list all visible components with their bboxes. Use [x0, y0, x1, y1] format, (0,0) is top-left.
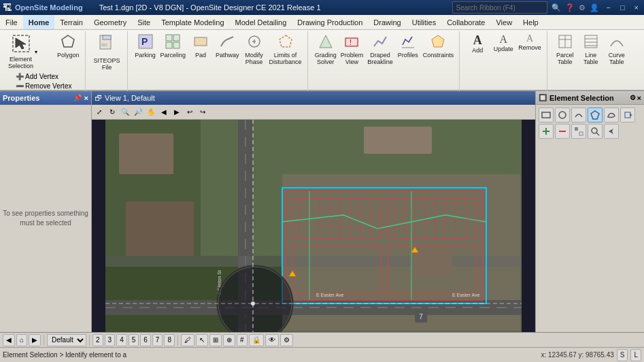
vt-redo-btn[interactable]: ↪	[197, 106, 209, 118]
properties-close-icon[interactable]: ×	[84, 94, 88, 102]
siteops-label: SITEOPSFile	[94, 57, 120, 71]
es-freehand-btn[interactable]	[604, 108, 619, 122]
es-polygon-btn[interactable]	[588, 108, 603, 122]
grading-solver-button[interactable]: GradingSolver	[313, 33, 338, 67]
page-2-button[interactable]: 2	[92, 334, 103, 346]
line-table-button[interactable]: LineTable	[579, 33, 603, 67]
es-expand-btn[interactable]	[620, 108, 635, 122]
element-selection-button[interactable]: ElementSelection ▾	[7, 33, 54, 71]
vt-prev-btn[interactable]: ◀	[158, 106, 170, 118]
curve-table-button[interactable]: CurveTable	[605, 33, 629, 67]
menu-site[interactable]: Site	[132, 15, 156, 29]
svg-rect-41	[286, 191, 483, 300]
vt-zoom-out-btn[interactable]: 🔎	[132, 106, 144, 118]
snap-button[interactable]: ⊞	[209, 334, 222, 346]
page-6-button[interactable]: 6	[140, 334, 151, 346]
page-5-button[interactable]: 5	[129, 334, 139, 346]
element-selection-chevron[interactable]: ▾	[35, 49, 37, 55]
parcel-table-button[interactable]: ParcelTable	[553, 33, 577, 67]
view-button[interactable]: 👁	[265, 334, 279, 346]
page-7-button[interactable]: 7	[152, 334, 163, 346]
element-selection-icon	[12, 34, 31, 55]
map-area[interactable]: S Clinton St E Easter Ave E Easter Ave 7	[92, 120, 535, 332]
viewport[interactable]: 🗗 View 1, Default ⤢ ↻ 🔍 🔎 ✋ ◀ ▶ ↩ ↪	[92, 91, 535, 332]
annotation-add-button[interactable]: A Add	[465, 33, 490, 55]
element-sel-settings-icon[interactable]: ⚙	[630, 94, 636, 102]
status-level-button[interactable]: L	[630, 349, 641, 361]
polygon-button[interactable]: Polygon	[56, 33, 81, 71]
menu-file[interactable]: File	[0, 15, 23, 29]
draw-mode-button[interactable]: 🖊	[181, 334, 194, 346]
menu-model-detailing[interactable]: Model Detailing	[230, 15, 292, 29]
es-circle-btn[interactable]	[555, 108, 570, 122]
svg-rect-8	[166, 35, 172, 41]
remove-vertex-button[interactable]: ➖ Remove Vertex	[14, 82, 73, 90]
vt-next-btn[interactable]: ▶	[171, 106, 183, 118]
menu-drawing-production[interactable]: Drawing Production	[292, 15, 368, 29]
menu-home[interactable]: Home	[23, 15, 55, 29]
menu-help[interactable]: Help	[518, 15, 544, 29]
add-vertex-button[interactable]: ➕ Add Vertex	[14, 72, 73, 81]
page-4-button[interactable]: 4	[116, 334, 127, 346]
menu-utilities[interactable]: Utilities	[407, 15, 441, 29]
vt-rotate-btn[interactable]: ↻	[106, 106, 118, 118]
svg-rect-36	[119, 133, 173, 174]
profiles-button[interactable]: Profiles	[396, 33, 420, 67]
add-vertex-label: Add Vertex	[25, 73, 58, 80]
ortho-button[interactable]: ⊕	[223, 334, 235, 346]
draped-breakline-icon	[373, 34, 388, 51]
svg-text:E Easter Ave: E Easter Ave	[316, 293, 343, 297]
vt-zoom-in-btn[interactable]: 🔍	[119, 106, 131, 118]
limits-disturbance-button[interactable]: Limits ofDisturbance	[268, 33, 303, 67]
menu-collaborate[interactable]: Collaborate	[441, 15, 490, 29]
settings-icon[interactable]: ⚙	[579, 3, 586, 12]
user-icon[interactable]: 👤	[590, 3, 599, 12]
problem-view-button[interactable]: ! ProblemView	[339, 33, 365, 67]
lock-button[interactable]: 🔒	[249, 334, 264, 346]
es-invert-btn[interactable]	[571, 124, 586, 139]
menu-template-modeling[interactable]: Template Modeling	[156, 15, 229, 29]
nav-forward-button[interactable]: ▶	[29, 334, 41, 346]
help-icon[interactable]: ❓	[565, 3, 575, 12]
annotation-remove-button[interactable]: A Remove	[517, 33, 543, 55]
select-mode-button[interactable]: ↖	[196, 334, 208, 346]
search-input[interactable]	[452, 1, 547, 14]
properties-pin-icon[interactable]: 📌	[73, 94, 82, 102]
vt-fit-btn[interactable]: ⤢	[93, 106, 105, 118]
page-8-button[interactable]: 8	[164, 334, 175, 346]
level-select[interactable]: Default	[47, 334, 86, 346]
status-snap-button[interactable]: S	[617, 349, 628, 361]
nav-back-button[interactable]: ◀	[3, 334, 15, 346]
constraints-button[interactable]: Constraints	[422, 33, 456, 67]
bottom-toolbar: ◀ ⌂ ▶ Default 2 3 4 5 6 7 8 🖊 ↖ ⊞ ⊕ # 🔒 …	[0, 332, 644, 347]
maximize-button[interactable]: □	[617, 3, 628, 12]
nav-home-button[interactable]: ⌂	[16, 334, 27, 346]
search-icon[interactable]: 🔍	[552, 3, 561, 12]
es-arrow-btn[interactable]	[604, 124, 619, 139]
vt-pan-btn[interactable]: ✋	[145, 106, 157, 118]
parceling-button[interactable]: Parceling	[159, 33, 188, 67]
vt-undo-btn[interactable]: ↩	[184, 106, 196, 118]
menu-geometry[interactable]: Geometry	[88, 15, 132, 29]
grid-button[interactable]: #	[237, 334, 248, 346]
es-zoom-btn[interactable]	[588, 124, 603, 139]
page-3-button[interactable]: 3	[105, 334, 116, 346]
menu-view[interactable]: View	[490, 15, 518, 29]
draped-breakline-button[interactable]: DrapedBreakline	[366, 33, 394, 67]
minimize-button[interactable]: −	[603, 3, 613, 12]
tools-button[interactable]: ⚙	[280, 334, 293, 346]
menu-terrain[interactable]: Terrain	[54, 15, 88, 29]
es-arc-btn[interactable]	[571, 108, 586, 122]
pathway-button[interactable]: Pathway	[214, 33, 241, 67]
menu-drawing[interactable]: Drawing	[368, 15, 406, 29]
close-button[interactable]: ×	[632, 3, 641, 12]
annotation-update-button[interactable]: A Update	[491, 33, 515, 55]
es-rect-btn[interactable]	[539, 108, 554, 122]
parking-button[interactable]: P Parking	[133, 33, 158, 67]
siteops-file-button[interactable]: SO SITEOPSFile	[92, 33, 122, 72]
pad-button[interactable]: Pad	[188, 33, 213, 67]
modify-phase-button[interactable]: ModifyPhase	[242, 33, 267, 67]
element-sel-close-icon[interactable]: ×	[637, 94, 641, 102]
es-add-btn[interactable]	[539, 124, 554, 139]
es-remove-btn[interactable]	[555, 124, 570, 139]
